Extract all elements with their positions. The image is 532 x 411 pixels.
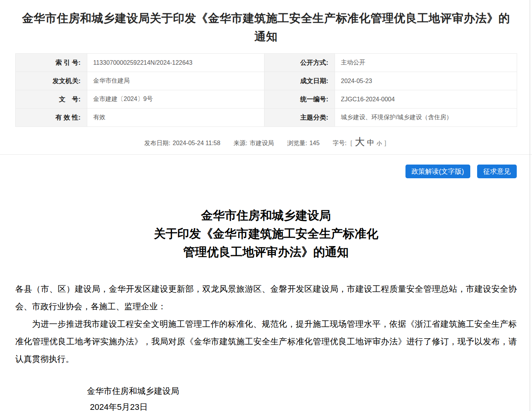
topic-category-label: 主题分类: xyxy=(264,109,335,127)
meta-row-4: 有 效 性: 有效 主题分类: 城乡建设、环境保护/城乡建设（含住房） xyxy=(15,109,517,127)
solicit-opinions-button[interactable]: 征求意见 xyxy=(477,165,517,178)
publish-info-bar: 发布日期:2024-05-24 11:58 来源:市建设局 浏览量:145 字号… xyxy=(0,127,532,155)
issuing-agency-label: 发文机关: xyxy=(15,72,87,90)
index-number-value: 11330700002592214N/2024-122643 xyxy=(87,54,264,72)
publicity-method-value: 主动公开 xyxy=(335,54,517,72)
issuing-agency-value: 金华市住建局 xyxy=(87,72,264,90)
publish-date-label: 发布日期: xyxy=(144,140,170,146)
document-title-line-1: 金华市住房和城乡建设局 xyxy=(15,206,517,225)
document-number-value: 金市建建〔2024〕9号 xyxy=(87,90,264,109)
document-paragraphs: 各县（市、区）建设局，金华开发区建设更新部，双龙风景旅游区、金磐开发区建设局，市… xyxy=(15,280,517,368)
topic-category-value: 城乡建设、环境保护/城乡建设（含住房） xyxy=(335,109,517,127)
signature-block: 金华市住房和城乡建设局 2024年5月23日 xyxy=(15,383,517,411)
fontsize-bracket-open: [ xyxy=(351,140,352,146)
validity-value: 有效 xyxy=(87,109,264,127)
source-label: 来源: xyxy=(234,140,247,146)
meta-row-2: 发文机关: 金华市住建局 成文日期: 2024-05-23 xyxy=(15,72,517,90)
signature-agency: 金华市住房和城乡建设局 xyxy=(15,383,517,399)
index-number-label: 索 引 号: xyxy=(15,54,87,72)
document-title: 金华市住房和城乡建设局 关于印发《金华市建筑施工安全生产标准化 管理优良工地评审… xyxy=(15,206,517,261)
document-body: 金华市住房和城乡建设局 关于印发《金华市建筑施工安全生产标准化 管理优良工地评审… xyxy=(15,206,517,411)
document-title-line-3: 管理优良工地评审办法》的通知 xyxy=(15,243,517,261)
publish-date-value: 2024-05-24 11:58 xyxy=(173,140,220,146)
views-value: 145 xyxy=(309,140,320,146)
validity-label: 有 效 性: xyxy=(15,109,87,127)
fontsize-label: 字号: xyxy=(333,140,346,146)
issue-date-value: 2024-05-23 xyxy=(335,72,517,90)
fontsize-medium-button[interactable]: 中 xyxy=(367,139,374,147)
unified-number-label: 统一编号: xyxy=(264,90,335,109)
fontsize-control: 字号:[大中小] xyxy=(333,140,388,146)
fontsize-bracket-close: ] xyxy=(385,140,386,146)
main-paragraph: 为进一步推进我市建设工程安全文明施工管理工作的标准化、规范化，提升施工现场管理水… xyxy=(15,315,517,368)
recipients-paragraph: 各县（市、区）建设局，金华开发区建设更新部，双龙风景旅游区、金磐开发区建设局，市… xyxy=(15,280,517,315)
unified-number-value: ZJGC16-2024-0004 xyxy=(335,90,517,109)
signature-date: 2024年5月23日 xyxy=(15,399,517,411)
fontsize-small-button[interactable]: 小 xyxy=(377,140,382,146)
source-value: 市建设局 xyxy=(250,140,274,146)
issue-date-label: 成文日期: xyxy=(264,72,335,90)
document-meta-table: 索 引 号: 11330700002592214N/2024-122643 公开… xyxy=(15,53,517,127)
scrollbar[interactable] xyxy=(530,0,530,411)
meta-row-1: 索 引 号: 11330700002592214N/2024-122643 公开… xyxy=(15,54,517,72)
views-group: 浏览量:145 xyxy=(287,140,319,146)
action-button-bar: 政策解读(文字版) 征求意见 xyxy=(15,165,517,178)
publish-date-group: 发布日期:2024-05-24 11:58 xyxy=(144,140,221,146)
views-label: 浏览量: xyxy=(287,140,307,146)
document-title-line-2: 关于印发《金华市建筑施工安全生产标准化 xyxy=(15,225,517,243)
source-group: 来源:市建设局 xyxy=(234,140,274,146)
publicity-method-label: 公开方式: xyxy=(264,54,335,72)
document-number-label: 文 号: xyxy=(15,90,87,109)
fontsize-large-button[interactable]: 大 xyxy=(355,136,365,147)
meta-row-3: 文 号: 金市建建〔2024〕9号 统一编号: ZJGC16-2024-0004 xyxy=(15,90,517,109)
page-title: 金华市住房和城乡建设局关于印发《金华市建筑施工安全生产标准化管理优良工地评审办法… xyxy=(18,0,514,46)
policy-interpretation-button[interactable]: 政策解读(文字版) xyxy=(405,165,470,178)
